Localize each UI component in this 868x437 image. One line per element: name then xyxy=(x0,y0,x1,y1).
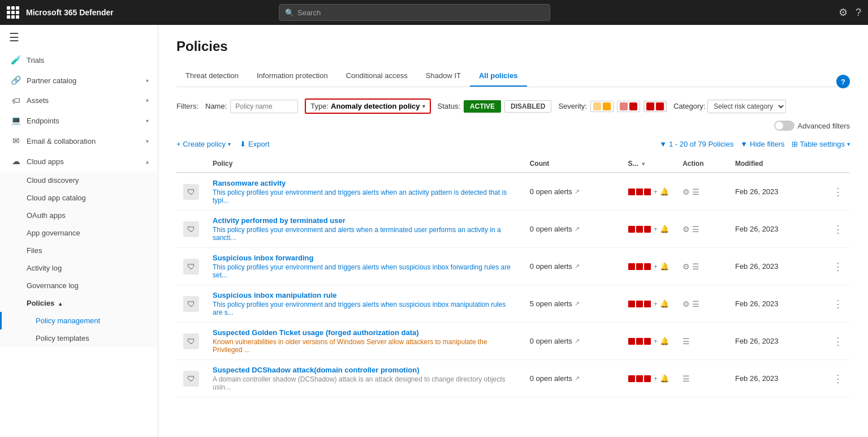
topbar: Microsoft 365 Defender 🔍 ⚙ ? xyxy=(0,0,868,25)
filter-name-input[interactable] xyxy=(230,100,298,113)
row-actions-cell: ⋮ xyxy=(826,173,850,211)
tab-shadow-it[interactable]: Shadow IT xyxy=(417,66,470,87)
sidebar-item-cloud-apps[interactable]: ☁ Cloud apps ▴ xyxy=(0,151,158,172)
plus-icon[interactable]: + xyxy=(654,262,658,271)
external-link-icon[interactable]: ↗ xyxy=(575,337,580,345)
list-icon[interactable]: ☰ xyxy=(692,225,699,234)
bell-icon[interactable]: 🔔 xyxy=(660,374,669,383)
plus-icon[interactable]: + xyxy=(654,374,658,383)
sidebar-item-trials[interactable]: 🧪 Trials xyxy=(0,50,158,70)
export-button[interactable]: ⬇ Export xyxy=(240,140,270,148)
sidebar-item-endpoints[interactable]: 💻 Endpoints ▾ xyxy=(0,110,158,131)
more-options-icon[interactable]: ⋮ xyxy=(833,336,843,347)
tab-conditional-access[interactable]: Conditional access xyxy=(337,66,417,87)
action-cell: ⚙ ☰ xyxy=(676,248,728,285)
policy-name-link[interactable]: Suspected DCShadow attack(domain control… xyxy=(213,366,516,374)
tab-information-protection[interactable]: Information protection xyxy=(248,66,337,87)
sidebar-item-cloud-app-catalog[interactable]: Cloud app catalog xyxy=(0,189,158,207)
external-link-icon[interactable]: ↗ xyxy=(575,225,580,233)
plus-icon[interactable]: + xyxy=(654,337,658,345)
sidebar-item-activity-log[interactable]: Activity log xyxy=(0,259,158,277)
th-count[interactable]: Count xyxy=(523,155,621,173)
severity-indicators: + 🔔 xyxy=(628,299,670,308)
th-policy[interactable]: Policy xyxy=(206,155,523,173)
sidebar-item-oauth-apps[interactable]: OAuth apps xyxy=(0,207,158,224)
sidebar-item-email-collab[interactable]: ✉ Email & collaboration ▾ xyxy=(0,131,158,151)
advanced-filters-toggle[interactable]: Advanced filters xyxy=(774,121,850,131)
bell-icon[interactable]: 🔔 xyxy=(660,299,669,308)
external-link-icon[interactable]: ↗ xyxy=(575,375,580,382)
modified-date: Feb 26, 2023 xyxy=(728,248,826,285)
filter-status-label: Status: xyxy=(438,102,460,110)
more-options-icon[interactable]: ⋮ xyxy=(833,298,843,310)
settings-icon[interactable]: ⚙ xyxy=(839,6,848,19)
modified-date: Feb 26, 2023 xyxy=(728,211,826,248)
severity-high-group[interactable] xyxy=(644,101,667,112)
tab-threat-detection[interactable]: Threat detection xyxy=(176,66,248,87)
filter-status-disabled[interactable]: DISABLED xyxy=(504,100,551,113)
external-link-icon[interactable]: ↗ xyxy=(575,300,580,307)
gear-icon[interactable]: ⚙ xyxy=(683,187,690,196)
help-icon[interactable]: ? xyxy=(856,7,861,19)
sidebar-item-policy-templates[interactable]: Policy templates xyxy=(0,329,158,347)
more-options-icon[interactable]: ⋮ xyxy=(833,261,843,272)
list-icon[interactable]: ☰ xyxy=(692,187,699,196)
policy-name-link[interactable]: Suspicious inbox forwarding xyxy=(213,254,516,262)
filter-type-dropdown[interactable]: Type: Anomaly detection policy ▾ xyxy=(305,98,430,114)
sidebar-item-governance-log[interactable]: Governance log xyxy=(0,277,158,294)
severity-low-group[interactable] xyxy=(590,101,614,112)
th-modified[interactable]: Modified xyxy=(728,155,826,173)
sidebar-item-policy-management[interactable]: Policy management xyxy=(0,312,158,329)
policy-name-link[interactable]: Suspected Golden Ticket usage (forged au… xyxy=(213,328,516,337)
search-input[interactable] xyxy=(297,8,544,17)
more-options-icon[interactable]: ⋮ xyxy=(833,186,843,198)
list-icon[interactable]: ☰ xyxy=(692,262,699,271)
sidebar-item-app-governance[interactable]: App governance xyxy=(0,224,158,242)
sidebar-item-partner-catalog[interactable]: 🔗 Partner catalog ▾ xyxy=(0,70,158,91)
search-box[interactable]: 🔍 xyxy=(279,4,550,21)
page-help-button[interactable]: ? xyxy=(836,75,850,88)
policy-name-link[interactable]: Activity performed by terminated user xyxy=(213,216,516,225)
filter-category-select[interactable]: Select risk category xyxy=(707,100,786,113)
bell-icon[interactable]: 🔔 xyxy=(660,225,669,233)
policy-description: This policy profiles your environment an… xyxy=(213,263,516,279)
alert-count: 0 open alerts ↗ xyxy=(530,225,615,233)
plus-icon[interactable]: + xyxy=(654,225,658,233)
bell-icon[interactable]: 🔔 xyxy=(660,187,669,196)
external-link-icon[interactable]: ↗ xyxy=(575,188,580,195)
list-icon[interactable]: ☰ xyxy=(692,299,699,309)
sidebar-item-files[interactable]: Files xyxy=(0,242,158,259)
waffle-icon[interactable] xyxy=(7,6,19,19)
severity-med-group[interactable] xyxy=(617,101,640,112)
more-options-icon[interactable]: ⋮ xyxy=(833,373,843,384)
sidebar-item-assets[interactable]: 🏷 Assets ▾ xyxy=(0,91,158,110)
list-icon[interactable]: ☰ xyxy=(683,337,690,346)
create-policy-button[interactable]: + Create policy ▾ xyxy=(176,140,231,148)
external-link-icon[interactable]: ↗ xyxy=(575,263,580,270)
filter-status-active[interactable]: ACTIVE xyxy=(464,100,501,113)
hide-filters-button[interactable]: ▼ Hide filters xyxy=(740,140,784,148)
tab-all-policies[interactable]: All policies xyxy=(470,66,527,87)
more-options-icon[interactable]: ⋮ xyxy=(833,224,843,235)
th-action[interactable]: Action xyxy=(676,155,728,173)
bell-icon[interactable]: 🔔 xyxy=(660,337,669,345)
modified-date: Feb 26, 2023 xyxy=(728,360,826,397)
gear-icon[interactable]: ⚙ xyxy=(683,225,690,234)
policy-name-link[interactable]: Suspicious inbox manipulation rule xyxy=(213,291,516,299)
hamburger-button[interactable]: ☰ xyxy=(0,25,158,50)
policy-name-link[interactable]: Ransomware activity xyxy=(213,179,516,187)
sidebar-item-policies[interactable]: Policies ▴ xyxy=(0,294,158,312)
th-severity[interactable]: S... ▾ xyxy=(621,155,676,173)
policy-description: This policy profiles your environment an… xyxy=(213,188,516,204)
sidebar-item-cloud-discovery[interactable]: Cloud discovery xyxy=(0,172,158,189)
table-settings-button[interactable]: ⊞ Table settings ▾ xyxy=(792,140,850,148)
bell-icon[interactable]: 🔔 xyxy=(660,262,669,271)
sev-box-3 xyxy=(644,226,651,233)
gear-icon[interactable]: ⚙ xyxy=(683,299,690,309)
action-cell: ☰ xyxy=(676,360,728,397)
plus-icon[interactable]: + xyxy=(654,299,658,308)
plus-icon[interactable]: + xyxy=(654,187,658,196)
list-icon[interactable]: ☰ xyxy=(683,374,690,383)
th-icon xyxy=(176,155,206,173)
gear-icon[interactable]: ⚙ xyxy=(683,262,690,271)
